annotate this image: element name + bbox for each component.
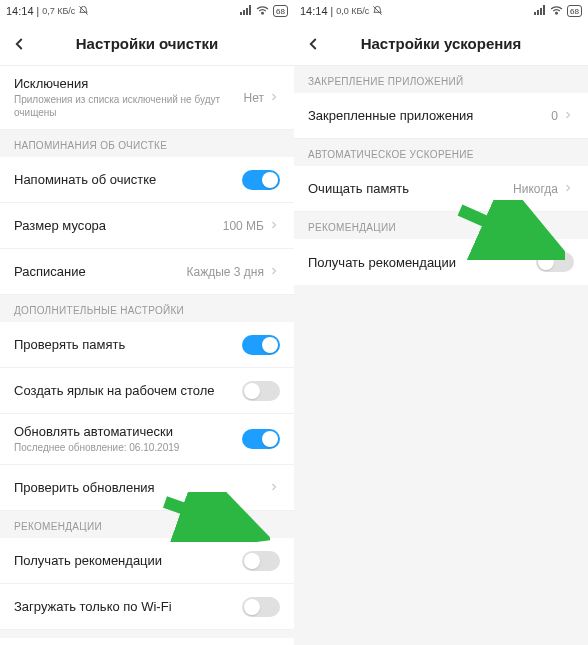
status-network-speed: 0,7 КБ/с [42,6,75,16]
toggle-recommendations[interactable] [536,252,574,272]
toggle-auto-update[interactable] [242,429,280,449]
row-pinned-apps[interactable]: Закрепленные приложения 0 [294,93,588,139]
phone-right: 14:14 | 0,0 КБ/с 68 Настройки ускорения … [294,0,588,645]
section-reminders: НАПОМИНАНИЯ ОБ ОЧИСТКЕ [0,130,294,157]
wifi-icon [550,5,563,17]
row-privacy-policy[interactable]: Политика конфиденциальности [0,638,294,645]
row-value: Нет [244,91,264,105]
toggle-wifi-only[interactable] [242,597,280,617]
row-auto-update[interactable]: Обновлять автоматически Последнее обновл… [0,414,294,465]
dnd-icon [78,5,89,18]
header: Настройки очистки [0,22,294,66]
signal-icon [240,5,252,17]
row-label: Размер мусора [14,218,223,233]
row-trash-size[interactable]: Размер мусора 100 МБ [0,203,294,249]
header: Настройки ускорения [294,22,588,66]
row-recommendations[interactable]: Получать рекомендации [294,239,588,285]
wifi-icon [256,5,269,17]
section-additional: ДОПОЛНИТЕЛЬНЫЕ НАСТРОЙКИ [0,295,294,322]
page-title: Настройки ускорения [304,35,578,52]
row-label: Получать рекомендации [308,255,536,270]
section-recommendations: РЕКОМЕНДАЦИИ [294,212,588,239]
toggle-remind[interactable] [242,170,280,190]
row-label: Исключения [14,76,244,91]
row-label: Проверить обновления [14,480,268,495]
status-time: 14:14 [300,5,328,17]
row-sublabel: Последнее обновление: 06.10.2019 [14,441,242,454]
row-check-memory[interactable]: Проверять память [0,322,294,368]
row-value: 100 МБ [223,219,264,233]
settings-list: ЗАКРЕПЛЕНИЕ ПРИЛОЖЕНИЙ Закрепленные прил… [294,66,588,645]
toggle-recommendations[interactable] [242,551,280,571]
toggle-shortcut[interactable] [242,381,280,401]
row-clear-memory[interactable]: Очищать память Никогда [294,166,588,212]
row-label: Получать рекомендации [14,553,242,568]
battery-icon: 68 [273,5,288,17]
row-check-updates[interactable]: Проверить обновления [0,465,294,511]
battery-icon: 68 [567,5,582,17]
status-time: 14:14 [6,5,34,17]
row-label: Создать ярлык на рабочем столе [14,383,242,398]
row-recommendations[interactable]: Получать рекомендации [0,538,294,584]
row-label: Закрепленные приложения [308,108,551,123]
row-label: Напоминать об очистке [14,172,242,187]
section-auto-boost: АВТОМАТИЧЕСКОЕ УСКОРЕНИЕ [294,139,588,166]
row-value: Никогда [513,182,558,196]
row-label: Обновлять автоматически [14,424,242,439]
row-label: Загружать только по Wi-Fi [14,599,242,614]
row-schedule[interactable]: Расписание Каждые 3 дня [0,249,294,295]
row-exclusions[interactable]: Исключения Приложения из списка исключен… [0,66,294,130]
status-bar: 14:14 | 0,0 КБ/с 68 [294,0,588,22]
chevron-right-icon [562,180,574,198]
settings-list: Исключения Приложения из списка исключен… [0,66,294,645]
row-remind-clean[interactable]: Напоминать об очистке [0,157,294,203]
row-label: Проверять память [14,337,242,352]
chevron-right-icon [268,217,280,235]
status-divider: | [37,6,40,17]
section-recommendations: РЕКОМЕНДАЦИИ [0,511,294,538]
row-sublabel: Приложения из списка исключений не будут… [14,93,244,119]
chevron-right-icon [268,263,280,281]
status-divider: | [331,6,334,17]
dnd-icon [372,5,383,18]
chevron-right-icon [268,89,280,107]
row-label: Очищать память [308,181,513,196]
chevron-right-icon [562,107,574,125]
svg-point-3 [556,12,558,14]
status-bar: 14:14 | 0,7 КБ/с 68 [0,0,294,22]
status-network-speed: 0,0 КБ/с [336,6,369,16]
toggle-check-memory[interactable] [242,335,280,355]
page-title: Настройки очистки [10,35,284,52]
row-shortcut[interactable]: Создать ярлык на рабочем столе [0,368,294,414]
chevron-right-icon [268,479,280,497]
row-label: Расписание [14,264,187,279]
section-pinned: ЗАКРЕПЛЕНИЕ ПРИЛОЖЕНИЙ [294,66,588,93]
phone-left: 14:14 | 0,7 КБ/с 68 Настройки очистки Ис… [0,0,294,645]
row-wifi-only[interactable]: Загружать только по Wi-Fi [0,584,294,630]
signal-icon [534,5,546,17]
row-value: 0 [551,109,558,123]
row-value: Каждые 3 дня [187,265,264,279]
svg-point-1 [262,12,264,14]
